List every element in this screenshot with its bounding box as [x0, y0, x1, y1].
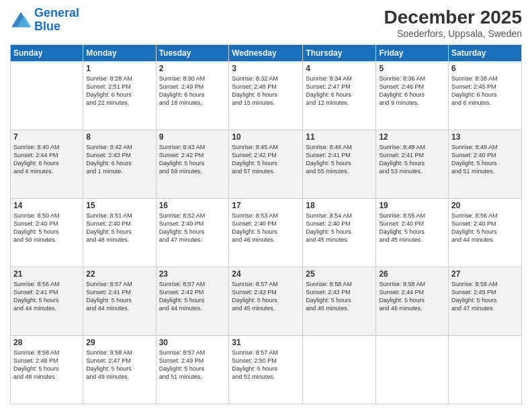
day-number: 3 — [232, 64, 300, 73]
week-row-5: 28Sunrise: 8:58 AM Sunset: 2:46 PM Dayli… — [11, 336, 522, 404]
day-number: 26 — [379, 269, 445, 279]
day-cell-24: 24Sunrise: 8:57 AM Sunset: 2:43 PM Dayli… — [229, 267, 303, 336]
week-row-4: 21Sunrise: 8:56 AM Sunset: 2:41 PM Dayli… — [11, 267, 522, 336]
header: General Blue December 2025 Soederfors, U… — [10, 7, 522, 39]
day-cell-28: 28Sunrise: 8:58 AM Sunset: 2:46 PM Dayli… — [11, 336, 83, 404]
day-info: Sunrise: 8:57 AM Sunset: 2:42 PM Dayligh… — [159, 280, 226, 313]
day-number: 10 — [232, 132, 300, 142]
day-info: Sunrise: 8:58 AM Sunset: 2:46 PM Dayligh… — [13, 349, 80, 381]
day-cell-31: 31Sunrise: 8:57 AM Sunset: 2:50 PM Dayli… — [229, 336, 303, 404]
day-info: Sunrise: 8:57 AM Sunset: 2:49 PM Dayligh… — [159, 349, 226, 381]
week-row-2: 7Sunrise: 8:40 AM Sunset: 2:44 PM Daylig… — [11, 130, 522, 199]
day-info: Sunrise: 8:36 AM Sunset: 2:46 PM Dayligh… — [379, 75, 445, 107]
day-cell-12: 12Sunrise: 8:48 AM Sunset: 2:41 PM Dayli… — [376, 130, 449, 199]
day-cell-13: 13Sunrise: 8:49 AM Sunset: 2:40 PM Dayli… — [449, 130, 522, 199]
col-header-monday: Monday — [83, 45, 156, 62]
empty-cell — [11, 62, 83, 130]
day-info: Sunrise: 8:48 AM Sunset: 2:41 PM Dayligh… — [379, 143, 445, 176]
logo-blue: Blue — [34, 19, 60, 33]
day-info: Sunrise: 8:56 AM Sunset: 2:41 PM Dayligh… — [13, 280, 80, 313]
day-number: 19 — [379, 201, 445, 210]
day-number: 4 — [306, 64, 373, 73]
day-number: 2 — [159, 64, 226, 73]
day-cell-26: 26Sunrise: 8:58 AM Sunset: 2:44 PM Dayli… — [376, 267, 449, 336]
day-info: Sunrise: 8:28 AM Sunset: 2:51 PM Dayligh… — [86, 75, 152, 107]
day-info: Sunrise: 8:49 AM Sunset: 2:40 PM Dayligh… — [451, 143, 519, 176]
day-info: Sunrise: 8:58 AM Sunset: 2:45 PM Dayligh… — [451, 280, 519, 313]
day-number: 7 — [13, 132, 80, 142]
day-cell-2: 2Sunrise: 8:30 AM Sunset: 2:49 PM Daylig… — [156, 62, 229, 130]
day-number: 16 — [159, 201, 226, 210]
day-number: 5 — [379, 64, 445, 73]
day-info: Sunrise: 8:30 AM Sunset: 2:49 PM Dayligh… — [159, 75, 226, 107]
day-number: 8 — [86, 132, 152, 142]
logo: General Blue — [10, 7, 79, 34]
col-header-thursday: Thursday — [303, 45, 376, 62]
day-info: Sunrise: 8:56 AM Sunset: 2:40 PM Dayligh… — [451, 212, 519, 244]
month-title: December 2025 — [384, 7, 522, 28]
day-number: 25 — [306, 269, 373, 279]
day-number: 22 — [86, 269, 152, 279]
day-info: Sunrise: 8:58 AM Sunset: 2:47 PM Dayligh… — [86, 349, 152, 381]
day-cell-6: 6Sunrise: 8:38 AM Sunset: 2:45 PM Daylig… — [449, 62, 522, 130]
day-info: Sunrise: 8:32 AM Sunset: 2:48 PM Dayligh… — [232, 75, 300, 107]
day-info: Sunrise: 8:58 AM Sunset: 2:44 PM Dayligh… — [379, 280, 445, 313]
day-cell-21: 21Sunrise: 8:56 AM Sunset: 2:41 PM Dayli… — [11, 267, 83, 336]
day-info: Sunrise: 8:55 AM Sunset: 2:40 PM Dayligh… — [379, 212, 445, 244]
day-info: Sunrise: 8:34 AM Sunset: 2:47 PM Dayligh… — [306, 75, 373, 107]
day-info: Sunrise: 8:51 AM Sunset: 2:40 PM Dayligh… — [86, 212, 152, 244]
day-number: 23 — [159, 269, 226, 279]
day-cell-25: 25Sunrise: 8:58 AM Sunset: 2:43 PM Dayli… — [303, 267, 376, 336]
day-number: 13 — [451, 132, 519, 142]
logo-text: General Blue — [34, 7, 79, 34]
day-cell-8: 8Sunrise: 8:42 AM Sunset: 2:43 PM Daylig… — [83, 130, 156, 199]
empty-cell — [449, 336, 522, 404]
day-info: Sunrise: 8:45 AM Sunset: 2:42 PM Dayligh… — [232, 143, 300, 176]
day-info: Sunrise: 8:57 AM Sunset: 2:41 PM Dayligh… — [86, 280, 152, 313]
day-cell-7: 7Sunrise: 8:40 AM Sunset: 2:44 PM Daylig… — [11, 130, 83, 199]
day-cell-11: 11Sunrise: 8:46 AM Sunset: 2:41 PM Dayli… — [303, 130, 376, 199]
day-cell-23: 23Sunrise: 8:57 AM Sunset: 2:42 PM Dayli… — [156, 267, 229, 336]
calendar-table: SundayMondayTuesdayWednesdayThursdayFrid… — [10, 44, 522, 404]
day-cell-30: 30Sunrise: 8:57 AM Sunset: 2:49 PM Dayli… — [156, 336, 229, 404]
day-number: 24 — [232, 269, 300, 279]
day-info: Sunrise: 8:50 AM Sunset: 2:40 PM Dayligh… — [13, 212, 80, 244]
col-header-saturday: Saturday — [449, 45, 522, 62]
day-info: Sunrise: 8:58 AM Sunset: 2:43 PM Dayligh… — [306, 280, 373, 313]
day-cell-18: 18Sunrise: 8:54 AM Sunset: 2:40 PM Dayli… — [303, 199, 376, 267]
day-number: 6 — [451, 64, 519, 73]
day-number: 11 — [306, 132, 373, 142]
day-cell-1: 1Sunrise: 8:28 AM Sunset: 2:51 PM Daylig… — [83, 62, 156, 130]
empty-cell — [376, 336, 449, 404]
day-cell-4: 4Sunrise: 8:34 AM Sunset: 2:47 PM Daylig… — [303, 62, 376, 130]
day-cell-17: 17Sunrise: 8:53 AM Sunset: 2:40 PM Dayli… — [229, 199, 303, 267]
day-number: 31 — [232, 338, 300, 347]
page: General Blue December 2025 Soederfors, U… — [0, 0, 532, 411]
col-header-friday: Friday — [376, 45, 449, 62]
day-number: 29 — [86, 338, 152, 347]
day-number: 27 — [451, 269, 519, 279]
day-cell-5: 5Sunrise: 8:36 AM Sunset: 2:46 PM Daylig… — [376, 62, 449, 130]
day-number: 17 — [232, 201, 300, 210]
day-cell-27: 27Sunrise: 8:58 AM Sunset: 2:45 PM Dayli… — [449, 267, 522, 336]
week-row-3: 14Sunrise: 8:50 AM Sunset: 2:40 PM Dayli… — [11, 199, 522, 267]
day-number: 18 — [306, 201, 373, 210]
logo-icon — [10, 11, 32, 30]
day-number: 1 — [86, 64, 152, 73]
day-cell-20: 20Sunrise: 8:56 AM Sunset: 2:40 PM Dayli… — [449, 199, 522, 267]
day-number: 12 — [379, 132, 445, 142]
day-number: 28 — [13, 338, 80, 347]
day-info: Sunrise: 8:42 AM Sunset: 2:43 PM Dayligh… — [86, 143, 152, 176]
day-info: Sunrise: 8:54 AM Sunset: 2:40 PM Dayligh… — [306, 212, 373, 244]
day-info: Sunrise: 8:53 AM Sunset: 2:40 PM Dayligh… — [232, 212, 300, 244]
day-number: 21 — [13, 269, 80, 279]
day-info: Sunrise: 8:40 AM Sunset: 2:44 PM Dayligh… — [13, 143, 80, 176]
day-cell-9: 9Sunrise: 8:43 AM Sunset: 2:42 PM Daylig… — [156, 130, 229, 199]
empty-cell — [303, 336, 376, 404]
day-number: 15 — [86, 201, 152, 210]
day-cell-22: 22Sunrise: 8:57 AM Sunset: 2:41 PM Dayli… — [83, 267, 156, 336]
day-cell-15: 15Sunrise: 8:51 AM Sunset: 2:40 PM Dayli… — [83, 199, 156, 267]
day-info: Sunrise: 8:38 AM Sunset: 2:45 PM Dayligh… — [451, 75, 519, 107]
day-cell-14: 14Sunrise: 8:50 AM Sunset: 2:40 PM Dayli… — [11, 199, 83, 267]
calendar-header-row: SundayMondayTuesdayWednesdayThursdayFrid… — [11, 45, 522, 62]
